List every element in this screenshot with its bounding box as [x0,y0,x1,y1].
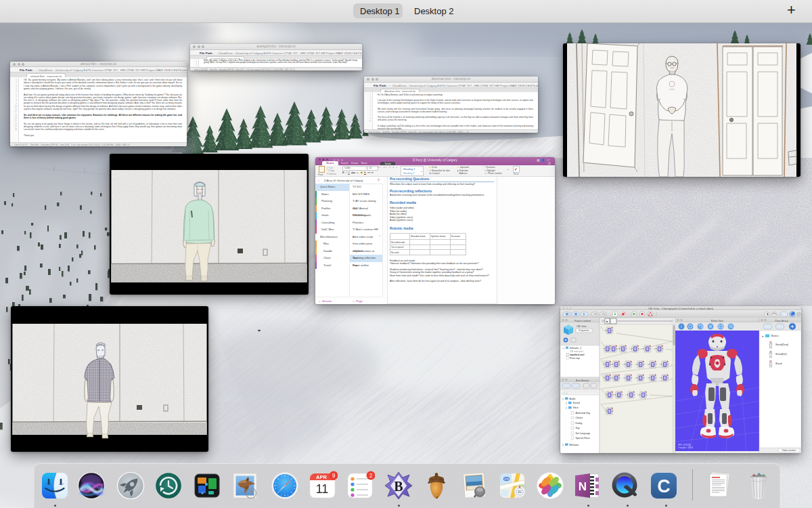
svg-text:Robot View: Robot View [711,320,724,322]
svg-text:2: 2 [369,472,373,479]
svg-text:Properties: Properties [579,329,589,332]
svg-text:Stand(Zero): Stand(Zero) [775,343,788,346]
svg-text:APR: APR [316,474,327,480]
svg-text:N: N [579,480,587,493]
svg-text:Video monitor: Video monitor [782,449,796,452]
svg-text:B: B [394,479,403,494]
svg-text:Box libraries: Box libraries [576,379,589,382]
svg-text:Triangles: 74832: Triangles: 74832 [678,446,694,449]
svg-text:Sound: Sound [573,402,580,404]
svg-text:Behavior: Behavior [570,444,580,446]
svg-text:Pose.xap: Pose.xap [570,357,580,360]
svg-text:i: i [681,325,682,329]
svg-text:Pose library: Pose library [775,320,788,322]
svg-text:Set Language: Set Language [576,432,591,435]
svg-text:C: C [657,476,671,496]
svg-text:Choice: Choice [576,417,583,419]
svg-text:Basics: Basics [771,335,779,337]
svg-text:Project content: Project content [574,320,591,322]
svg-text:Animated Say: Animated Say [576,412,591,415]
svg-text:ON: Intro - Choregraphe (Conne: ON: Intro - Choregraphe (Connected to a … [648,307,714,310]
svg-text:Dialog: Dialog [576,422,583,425]
svg-text:Voice: Voice [573,406,579,409]
svg-text:ON intro.pml: ON intro.pml [570,350,583,353]
svg-text:Speech Reco.: Speech Reco. [576,437,591,440]
svg-text:11: 11 [316,482,329,496]
svg-text:behavior_1: behavior_1 [570,347,581,350]
svg-text:⚲ ▾: ⚲ ▾ [564,392,568,395]
svg-text:Stand(Init): Stand(Init) [775,353,787,356]
svg-text:9: 9 [332,472,336,479]
svg-text:Audio: Audio [570,398,576,400]
svg-text:3D: 3D [518,490,522,494]
svg-text:Say: Say [576,427,580,429]
svg-text:manifest.xml: manifest.xml [570,354,584,356]
svg-text:280: 280 [504,478,510,481]
svg-text:ON: Intro: ON: Intro [577,325,587,328]
svg-text:Stand: Stand [775,362,782,365]
